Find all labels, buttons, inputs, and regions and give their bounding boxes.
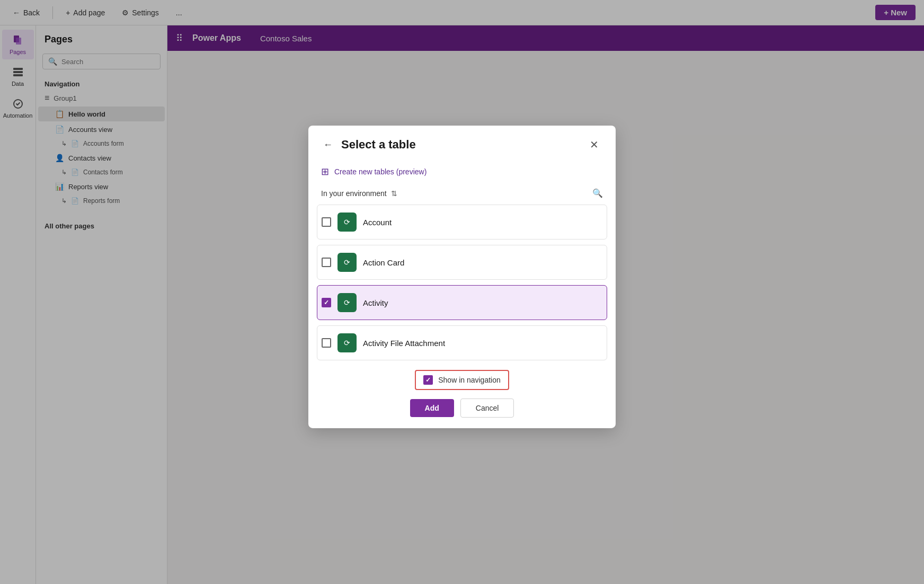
list-item-activity[interactable]: ✓ ⟳ Activity [317, 285, 607, 320]
modal-list: ⟳ Account ⟳ Action Card ✓ ⟳ Ac [308, 205, 616, 364]
list-item-account[interactable]: ⟳ Account [317, 205, 607, 240]
modal-overlay: ← Select a table ✕ ⊞ Create new tables (… [0, 0, 924, 584]
env-text: In your environment [321, 189, 387, 197]
checkbox-activity[interactable]: ✓ [322, 298, 331, 307]
account-icon: ⟳ [337, 213, 357, 232]
modal-title-row: ← Select a table [321, 137, 416, 152]
account-label: Account [363, 217, 392, 226]
create-tables-row[interactable]: ⊞ Create new tables (preview) [308, 162, 616, 184]
activity-label: Activity [363, 298, 388, 307]
modal-footer: ✓ Show in navigation Add Cancel [308, 364, 616, 428]
create-tables-label: Create new tables (preview) [334, 167, 427, 176]
action-card-label: Action Card [363, 258, 404, 267]
env-row: In your environment ⇅ 🔍 [308, 184, 616, 205]
action-card-icon: ⟳ [337, 253, 357, 272]
checkbox-action-card[interactable] [322, 258, 331, 267]
activity-file-label: Activity File Attachment [363, 338, 445, 347]
add-label: Add [425, 404, 439, 412]
cancel-button[interactable]: Cancel [460, 399, 514, 418]
activity-icon: ⟳ [337, 293, 357, 312]
create-tables-icon: ⊞ [321, 166, 329, 178]
modal-back-button[interactable]: ← [321, 137, 335, 152]
show-nav-label: Show in navigation [438, 376, 501, 384]
modal-close-button[interactable]: ✕ [585, 136, 603, 153]
show-nav-checkbox[interactable]: ✓ [423, 375, 433, 385]
show-in-navigation-row[interactable]: ✓ Show in navigation [415, 370, 509, 390]
modal-header: ← Select a table ✕ [308, 126, 616, 162]
modal-title: Select a table [341, 138, 416, 152]
checkbox-activity-file[interactable] [322, 338, 331, 348]
sort-icon: ⇅ [391, 189, 397, 197]
checkbox-account[interactable] [322, 217, 331, 227]
cancel-label: Cancel [476, 404, 499, 412]
select-table-modal: ← Select a table ✕ ⊞ Create new tables (… [308, 126, 616, 428]
list-item-activity-file[interactable]: ⟳ Activity File Attachment [317, 325, 607, 360]
activity-file-icon: ⟳ [337, 333, 357, 352]
modal-back-icon: ← [323, 139, 333, 150]
env-row-inner: In your environment ⇅ [321, 189, 397, 197]
modal-actions: Add Cancel [321, 399, 603, 418]
list-item-action-card[interactable]: ⟳ Action Card [317, 245, 607, 280]
add-button[interactable]: Add [410, 399, 454, 417]
env-search-icon[interactable]: 🔍 [592, 188, 603, 198]
